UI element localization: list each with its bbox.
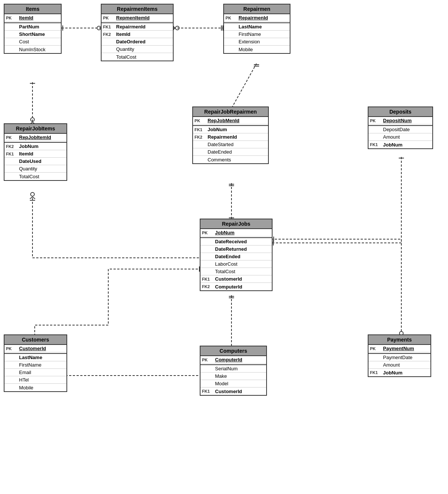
table-row: FK1 CustomerId <box>200 388 266 395</box>
entity-repairjobitems: RepairJobItems PK RepJobItemId FK2 JobNu… <box>4 123 67 181</box>
field-repairmenid: RepairmenId <box>116 24 146 30</box>
entity-repairmen: Repairmen PK RepairmenId LastName FirstN… <box>223 4 290 54</box>
field-serialnum: SerialNum <box>215 366 238 371</box>
table-row: DepositDate <box>368 125 432 133</box>
field-customerid: CustomerId <box>215 276 242 282</box>
table-row: FK1 JobNum <box>368 141 432 148</box>
field-jobnum: JobNum <box>19 143 38 149</box>
entity-repairmenitems-header: RepairmenItems <box>102 4 173 14</box>
field-comments: Comments <box>208 157 231 163</box>
table-row: FirstName <box>224 31 290 38</box>
field-partnum: PartNum <box>19 24 39 30</box>
key-fk1: FK1 <box>6 152 19 156</box>
table-row: TotalCost <box>102 53 173 61</box>
table-row: PK JobNum <box>200 229 272 237</box>
field-dateordered: DateOrdered <box>116 39 146 44</box>
entity-deposits: Deposits PK DepositNum DepositDate Amoun… <box>368 106 433 149</box>
field-make: Make <box>215 373 227 379</box>
svg-line-32 <box>30 197 32 199</box>
table-row: PK PaymentNum <box>368 345 430 352</box>
table-row: Mobile <box>224 46 290 53</box>
table-row: DateReceived <box>200 237 272 246</box>
table-row: NumInStock <box>4 46 61 53</box>
table-row: FK2 JobNum <box>4 142 66 150</box>
table-row: PK DepositNum <box>368 117 432 124</box>
entity-customers: Customers PK CustomerId LastName FirstNa… <box>4 334 67 392</box>
table-row: PK RepJobItemId <box>4 134 66 141</box>
field-datestarted: DateStarted <box>208 142 233 147</box>
key-pk: PK <box>6 135 19 140</box>
key-fk2: FK2 <box>6 144 19 149</box>
field-computerid: ComputerId <box>215 284 242 290</box>
field-cost: Cost <box>19 39 29 44</box>
field-lastname: LastName <box>239 24 262 30</box>
svg-point-22 <box>31 118 34 121</box>
entity-repairjobitems-body: PK RepJobItemId FK2 JobNum FK1 ItemId Da… <box>4 134 66 180</box>
table-row: DateOrdered <box>102 38 173 46</box>
key-fk1: FK1 <box>370 370 383 375</box>
field-extension: Extension <box>239 39 260 44</box>
field-computerid: ComputerId <box>215 357 242 362</box>
entity-repairjobs: RepairJobs PK JobNum DateReceived DateRe… <box>200 219 273 291</box>
field-itemid: ItemId <box>19 15 33 21</box>
field-email: Email <box>19 370 31 375</box>
entity-repairmen-header: Repairmen <box>224 4 290 14</box>
field-firstname: FirstName <box>239 31 261 37</box>
table-row: FK1 JobNum <box>368 369 430 376</box>
entity-computers: Computers PK ComputerId SerialNum Make M… <box>200 346 267 396</box>
table-row: PartNum <box>4 22 61 31</box>
field-totalcost: TotalCost <box>116 54 136 60</box>
table-row: PK RepmenItemId <box>102 14 173 22</box>
field-mobile: Mobile <box>239 47 253 52</box>
key-fk2: FK2 <box>103 32 116 37</box>
field-quantity: Quantity <box>116 46 134 52</box>
field-repmenitemid: RepmenItemId <box>116 15 150 21</box>
table-row: FirstName <box>4 361 66 369</box>
field-repjobmenid: RepJobMenId <box>208 118 239 123</box>
table-row: DateEnded <box>193 148 268 156</box>
field-jobnum: JobNum <box>383 142 402 148</box>
field-dateended: DateEnded <box>215 254 240 259</box>
key-fk1: FK1 <box>202 277 215 281</box>
field-jobnum: JobNum <box>215 230 234 235</box>
field-itemid: ItemId <box>116 31 130 37</box>
table-row: DateStarted <box>193 141 268 148</box>
table-row: FK2 ComputerId <box>200 283 272 290</box>
field-model: Model <box>215 381 228 386</box>
field-shortname: ShortName <box>19 31 45 37</box>
entity-deposits-header: Deposits <box>368 107 432 117</box>
field-laborcost: LaborCost <box>215 261 237 267</box>
field-customerid: CustomerId <box>215 389 242 394</box>
key-fk1: FK1 <box>202 389 215 393</box>
entity-computers-header: Computers <box>200 346 266 356</box>
svg-point-31 <box>31 192 34 196</box>
key-fk1: FK1 <box>103 25 116 29</box>
entity-deposits-body: PK DepositNum DepositDate Amount FK1 Job… <box>368 117 432 148</box>
table-row: Mobile <box>4 384 66 391</box>
field-jobnum: JobNum <box>383 370 402 376</box>
entity-repairmen-body: PK RepairmenId LastName FirstName Extens… <box>224 14 290 53</box>
entity-repairjobs-body: PK JobNum DateReceived DateReturned Date… <box>200 229 272 290</box>
table-row: FK1 ItemId <box>4 150 66 158</box>
key-pk: PK <box>225 16 239 20</box>
field-repairmenid: RepairmenId <box>239 15 268 21</box>
table-row: DateReturned <box>200 246 272 253</box>
table-row: LastName <box>224 22 290 31</box>
table-row: Extension <box>224 38 290 46</box>
field-customerid: CustomerId <box>19 346 46 351</box>
table-row: PaymentDate <box>368 353 430 361</box>
field-dateended: DateEnded <box>208 149 232 155</box>
entity-repairjobs-header: RepairJobs <box>200 219 272 229</box>
table-row: FK1 CustomerId <box>200 275 272 283</box>
entity-repairjobrepairmen-header: RepairJobRepairmen <box>193 107 268 117</box>
entity-customers-body: PK CustomerId LastName FirstName Email H… <box>4 345 66 391</box>
field-dateused: DateUsed <box>19 158 41 164</box>
svg-point-3 <box>97 26 101 30</box>
table-row: Amount <box>368 361 430 369</box>
key-fk2: FK2 <box>202 284 215 289</box>
field-quantity: Quantity <box>19 166 37 172</box>
field-firstname: FirstName <box>19 362 41 368</box>
field-numinstock: NumInStock <box>19 47 46 52</box>
field-amount: Amount <box>383 362 400 368</box>
entity-repairmenitems: RepairmenItems PK RepmenItemId FK1 Repai… <box>101 4 174 61</box>
